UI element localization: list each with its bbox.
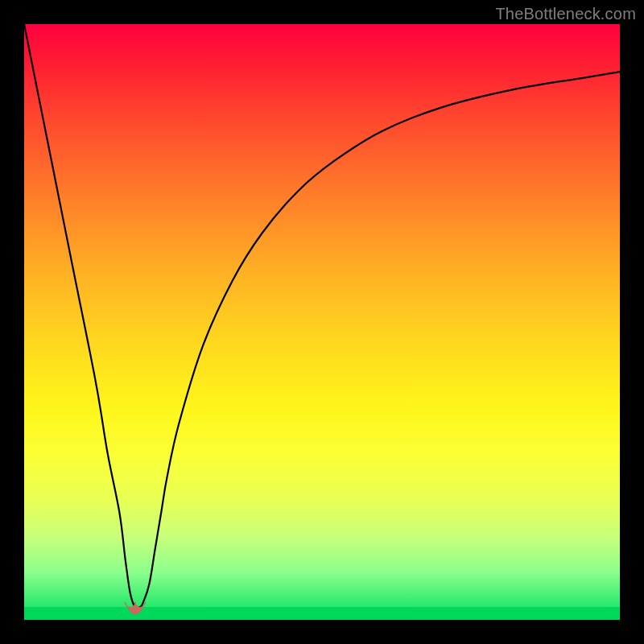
- watermark-text: TheBottleneck.com: [495, 5, 636, 23]
- curve-layer: [24, 24, 620, 620]
- bottleneck-curve: [24, 24, 620, 608]
- plot-area: [24, 24, 620, 620]
- chart-frame: TheBottleneck.com: [0, 0, 644, 644]
